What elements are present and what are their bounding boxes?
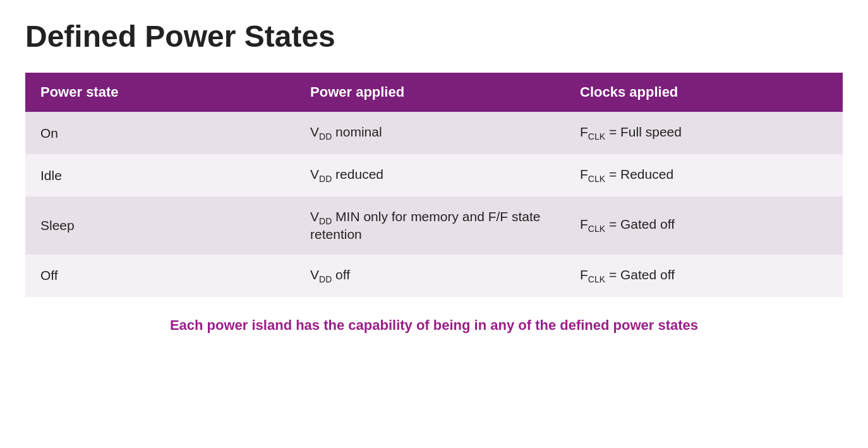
power-states-table: Power state Power applied Clocks applied… xyxy=(25,73,843,297)
table-header: Power state Power applied Clocks applied xyxy=(25,73,843,112)
table-row: Sleep VDD MIN only for memory and F/F st… xyxy=(25,197,843,254)
header-clocks-applied: Clocks applied xyxy=(565,73,843,112)
table-body: On VDD nominal FCLK = Full speed Idle VD… xyxy=(25,112,843,297)
state-on: On xyxy=(25,112,295,154)
table-caption: Each power island has the capability of … xyxy=(25,316,843,336)
clocks-sleep: FCLK = Gated off xyxy=(565,197,843,254)
power-idle: VDD reduced xyxy=(295,154,565,197)
power-off: VDD off xyxy=(295,255,565,297)
power-on: VDD nominal xyxy=(295,112,565,154)
power-sleep: VDD MIN only for memory and F/F state re… xyxy=(295,197,565,254)
clocks-idle: FCLK = Reduced xyxy=(565,154,843,197)
table-row: On VDD nominal FCLK = Full speed xyxy=(25,112,843,154)
state-sleep: Sleep xyxy=(25,197,295,254)
page-title: Defined Power States xyxy=(25,19,843,54)
clocks-off: FCLK = Gated off xyxy=(565,255,843,297)
state-off: Off xyxy=(25,255,295,297)
clocks-on: FCLK = Full speed xyxy=(565,112,843,154)
state-idle: Idle xyxy=(25,154,295,197)
header-power-applied: Power applied xyxy=(295,73,565,112)
table-row: Off VDD off FCLK = Gated off xyxy=(25,255,843,297)
table-row: Idle VDD reduced FCLK = Reduced xyxy=(25,154,843,197)
header-power-state: Power state xyxy=(25,73,295,112)
